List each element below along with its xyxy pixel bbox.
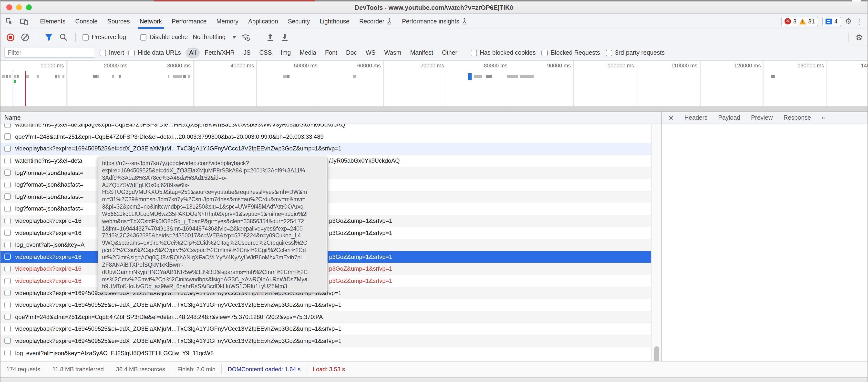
request-checkbox[interactable] (4, 146, 11, 152)
checkbox-box[interactable] (129, 50, 135, 56)
resource-type-chip[interactable]: Wasm (380, 48, 405, 58)
resource-type-chip[interactable]: Font (321, 48, 341, 58)
request-checkbox[interactable] (4, 326, 11, 332)
resource-type-chip[interactable]: Img (277, 48, 295, 58)
panel-tab[interactable]: Network (135, 14, 167, 29)
request-checkbox[interactable] (4, 266, 11, 272)
search-icon[interactable] (59, 32, 68, 42)
network-overview-timeline[interactable]: 10000 ms20000 ms30000 ms40000 ms50000 ms… (0, 61, 868, 107)
overview-activity-bar (520, 75, 534, 78)
settings-gear-icon[interactable]: ⚙ (845, 17, 852, 26)
filter-funnel-icon[interactable] (44, 32, 54, 42)
panel-tab[interactable]: Performance insights (397, 14, 472, 29)
request-row[interactable]: videoplayback?expire=1694509525&ei=ddX_Z… (0, 323, 651, 335)
issues-badge[interactable]: 4 (822, 17, 841, 26)
resource-type-chip[interactable]: Media (296, 48, 320, 58)
checkbox-box[interactable] (83, 34, 89, 40)
panel-tab-label: Lighthouse (319, 18, 349, 25)
panel-tab[interactable]: Console (70, 14, 102, 29)
resource-type-chip[interactable]: JS (240, 48, 254, 58)
clear-network-log-button[interactable] (20, 32, 30, 42)
overview-activity-bar (474, 75, 482, 78)
panel-tab[interactable]: Lighthouse (315, 14, 354, 29)
request-row[interactable]: videoplayback?expire=1694509525&ei=ddX_Z… (0, 143, 651, 155)
extra-filter-checkbox[interactable]: 3rd-party requests (606, 49, 665, 56)
request-row[interactable]: log_event?alt=json&key=AIzaSyAO_FJ2SlqU8… (0, 347, 651, 359)
checkbox-box[interactable] (541, 50, 548, 56)
resource-type-chip[interactable]: All (185, 48, 200, 58)
resource-type-chip[interactable]: Doc (342, 48, 361, 58)
more-tabs-chevron-icon[interactable]: » (822, 114, 825, 121)
request-row[interactable]: qoe?fmt=248&afmt=251&cpn=CqpE47ZbFSP3rDl… (0, 131, 651, 143)
details-tab[interactable]: Preview (751, 114, 773, 121)
request-checkbox[interactable] (4, 206, 11, 212)
details-tab[interactable]: Payload (718, 114, 740, 121)
network-settings-gear-icon[interactable]: ⚙ (856, 32, 863, 42)
inspect-element-icon[interactable] (4, 17, 14, 26)
request-checkbox[interactable] (4, 170, 11, 176)
details-tab[interactable]: Headers (684, 114, 708, 121)
request-checkbox[interactable] (4, 124, 11, 128)
request-checkbox[interactable] (4, 338, 11, 344)
resource-type-chip[interactable]: WS (362, 48, 379, 58)
extra-filter-checkbox[interactable]: Blocked Requests (541, 49, 600, 56)
request-row[interactable]: videoplayback?expire=1694509525&ei=ddX_Z… (0, 335, 651, 347)
record-network-log-button[interactable] (5, 32, 15, 42)
panel-tab[interactable]: Security (283, 14, 315, 29)
request-row[interactable]: qoe?fmt=248&afmt=251&cpn=CqpE47ZbFSP3rDl… (0, 311, 651, 323)
checkbox-box[interactable] (606, 50, 612, 56)
scrollbar-thumb[interactable] (654, 346, 659, 361)
request-checkbox[interactable] (4, 302, 11, 308)
request-checkbox[interactable] (4, 217, 11, 224)
resource-type-chip[interactable]: Other (438, 48, 461, 58)
request-checkbox[interactable] (4, 314, 11, 320)
request-checkbox[interactable] (4, 134, 11, 140)
checkbox-box[interactable] (140, 34, 147, 40)
hide-data-urls-checkbox[interactable]: Hide data URLs (129, 49, 181, 56)
resource-type-chip[interactable]: CSS (255, 48, 276, 58)
request-checkbox[interactable] (4, 278, 11, 284)
extra-filters: Has blocked cookies Blocked Requests 3rd… (465, 49, 665, 56)
import-har-icon[interactable] (265, 32, 275, 42)
preserve-log-checkbox[interactable]: Preserve log (83, 34, 126, 40)
invert-checkbox[interactable]: Invert (100, 49, 124, 56)
disable-cache-checkbox[interactable]: Disable cache (140, 34, 188, 40)
panel-tab[interactable]: Elements (35, 14, 70, 29)
request-row[interactable]: videoplayback?expire=1694509525&ei=ddX_Z… (0, 299, 651, 311)
status-item: 36.4 MB resources (110, 364, 172, 374)
request-checkbox[interactable] (4, 254, 11, 260)
overview-activity-bar (283, 75, 286, 78)
panel-tab[interactable]: Performance (167, 14, 211, 29)
panel-tab-label: Performance (172, 18, 207, 25)
close-icon[interactable]: ✕ (668, 114, 674, 121)
network-conditions-wifi-icon[interactable] (241, 32, 251, 42)
panel-tab[interactable]: Memory (212, 14, 243, 29)
filter-input[interactable] (4, 48, 95, 58)
throttling-select[interactable]: No throttling (193, 34, 236, 40)
panel-tab[interactable]: Sources (102, 14, 135, 29)
request-row[interactable]: watchtime?ns=yt&el=detailpage&cpn=CqpE47… (0, 124, 651, 131)
overview-activity-bar (93, 75, 97, 78)
request-checkbox[interactable] (4, 230, 11, 236)
checkbox-box[interactable] (100, 50, 106, 56)
vertical-scrollbar[interactable] (651, 124, 661, 361)
extra-filter-checkbox[interactable]: Has blocked cookies (470, 49, 535, 56)
request-checkbox[interactable] (4, 157, 11, 164)
device-toolbar-icon[interactable] (19, 17, 29, 26)
request-checkbox[interactable] (4, 350, 11, 356)
export-har-icon[interactable] (280, 32, 289, 42)
panel-tab[interactable]: Recorder (354, 14, 397, 29)
resource-type-chip[interactable]: Fetch/XHR (201, 48, 239, 58)
tooltip-line: W5662Jkc1LIULooMU6wZ35PAKDOeNhRhn0&vprv=… (102, 210, 323, 218)
errors-warnings-badge[interactable]: ✕ 3 31 (781, 17, 818, 26)
name-column-header[interactable]: Name (0, 112, 661, 124)
details-tab[interactable]: Response (783, 114, 811, 121)
request-checkbox[interactable] (4, 194, 11, 200)
more-options-kebab-icon[interactable]: ⋮ (856, 17, 863, 25)
panel-tab[interactable]: Application (243, 14, 283, 29)
resource-type-chip[interactable]: Manifest (406, 48, 437, 58)
checkbox-box[interactable] (470, 50, 477, 56)
request-checkbox[interactable] (4, 241, 11, 248)
request-checkbox[interactable] (4, 182, 11, 188)
request-checkbox[interactable] (4, 290, 11, 296)
